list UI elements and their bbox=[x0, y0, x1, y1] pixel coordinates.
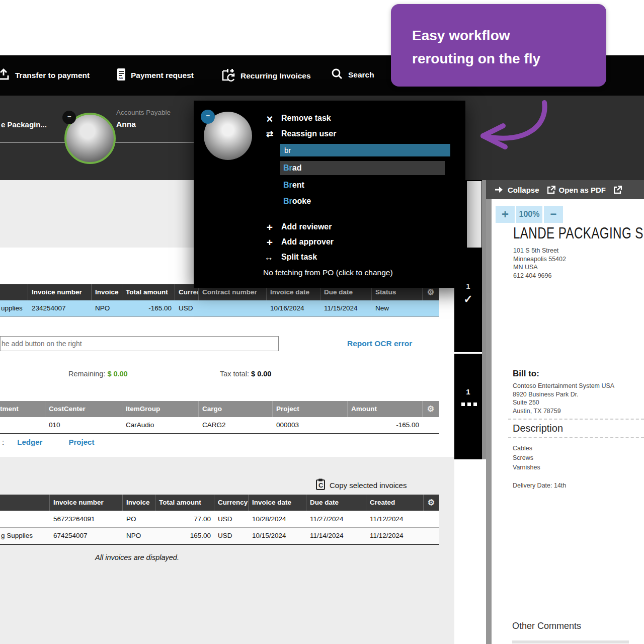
external-link-icon bbox=[614, 186, 622, 194]
col-total-amount[interactable]: Total amount bbox=[122, 284, 175, 300]
anna-menu-badge[interactable]: ≡ bbox=[62, 111, 76, 124]
tax-total-label: Tax total: bbox=[220, 370, 249, 378]
copy-icon: C bbox=[315, 478, 326, 492]
cell-due-date: 11/27/2024 bbox=[306, 511, 366, 527]
related-settings-gear-icon[interactable]: ⚙ bbox=[424, 495, 439, 511]
transfer-label: Transfer to payment bbox=[15, 71, 90, 80]
add-approver-item[interactable]: Add approver bbox=[281, 237, 334, 247]
workflow-role-label: Accounts Payable bbox=[116, 109, 171, 116]
col-department[interactable]: tment bbox=[0, 401, 45, 417]
col-invoice-number[interactable]: Invoice number bbox=[28, 284, 92, 300]
svg-text:AA: AA bbox=[119, 76, 123, 79]
cell-invoice-number: 674254007 bbox=[50, 528, 123, 544]
col-invoice-type[interactable]: Invoice bbox=[123, 495, 155, 511]
cell-invoice-date: 10/16/2024 bbox=[267, 300, 320, 316]
copy-selected-invoices-button[interactable]: C Copy selected invoices bbox=[315, 478, 407, 492]
step2-pending-icon[interactable] bbox=[461, 403, 477, 406]
transfer-icon bbox=[0, 68, 10, 83]
related-table-row[interactable]: g Supplies 674254007 NPO 165.00 USD 10/1… bbox=[0, 528, 439, 545]
open-other-button[interactable] bbox=[614, 186, 622, 194]
callout-arrow bbox=[468, 97, 556, 159]
comment-input[interactable] bbox=[0, 336, 279, 351]
copy-label: Copy selected invoices bbox=[330, 481, 407, 490]
search-button[interactable]: Search bbox=[331, 68, 374, 82]
open-as-pdf-label: Open as PDF bbox=[559, 186, 606, 194]
invoice-table-row[interactable]: upplies 234254007 NPO -165.00 USD 10/16/… bbox=[0, 300, 439, 317]
add-approver-icon: + bbox=[263, 236, 276, 249]
sidebar-scrollbar-thumb[interactable] bbox=[467, 181, 481, 248]
open-as-pdf-button[interactable]: Open as PDF bbox=[547, 186, 606, 194]
cell-vendor: upplies bbox=[0, 300, 28, 316]
step-divider bbox=[454, 352, 482, 354]
cell-total-amount: 165.00 bbox=[155, 528, 214, 544]
col-invoice-date[interactable]: Invoice date bbox=[249, 495, 306, 511]
ledger-link[interactable]: Ledger bbox=[17, 438, 42, 446]
cell-cargo: CARG2 bbox=[199, 417, 273, 433]
suggestion-brooke[interactable]: Brooke bbox=[280, 194, 311, 208]
cell-amount: -165.00 bbox=[348, 417, 423, 433]
report-ocr-error-link[interactable]: Report OCR error bbox=[347, 339, 412, 348]
bill-to-line: Contoso Entertainment System USA bbox=[513, 382, 614, 390]
address-line: 612 404 9696 bbox=[513, 272, 566, 280]
zoom-in-button[interactable]: + bbox=[496, 206, 515, 223]
col-currency[interactable]: Currency bbox=[214, 495, 249, 511]
reassign-user-icon: ⇄ bbox=[263, 129, 276, 139]
col-project[interactable]: Project bbox=[273, 401, 348, 417]
col-created[interactable]: Created bbox=[366, 495, 424, 511]
cell-invoice-date: 10/28/2024 bbox=[249, 511, 306, 527]
recurring-invoices-button[interactable]: Recurring Invoices bbox=[221, 68, 311, 84]
collapse-button[interactable]: Collapse bbox=[495, 186, 539, 194]
step2-count: 1 bbox=[454, 387, 482, 396]
suggestion-brent[interactable]: Brent bbox=[280, 178, 304, 192]
zoom-out-button[interactable]: − bbox=[544, 206, 563, 223]
col-invoice-type[interactable]: Invoice bbox=[92, 284, 122, 300]
coding-settings-gear-icon[interactable]: ⚙ bbox=[423, 401, 439, 417]
cell-invoice-type: PO bbox=[123, 511, 155, 527]
description-item: Varnishes bbox=[513, 463, 540, 472]
tax-total-row: Tax total: $ 0.00 bbox=[220, 370, 271, 378]
remove-task-icon: × bbox=[263, 113, 276, 126]
suggestion-rest: ad bbox=[292, 164, 302, 172]
col-amount[interactable]: Amount bbox=[348, 401, 423, 417]
transfer-to-payment-button[interactable]: Transfer to payment bbox=[0, 68, 90, 83]
popup-menu-badge[interactable]: ≡ bbox=[201, 110, 215, 124]
address-line: Minneapolis 55402 bbox=[513, 255, 566, 264]
col-item-group[interactable]: ItemGroup bbox=[122, 401, 199, 417]
step1-check-icon[interactable]: ✓ bbox=[454, 293, 482, 306]
col-invoice-number[interactable]: Invoice number bbox=[50, 495, 123, 511]
reassign-user-item[interactable]: Reassign user bbox=[281, 129, 336, 138]
search-label: Search bbox=[348, 70, 374, 79]
cell-item-group: CarAudio bbox=[122, 417, 199, 433]
related-table-row[interactable]: 56723264091 PO 77.00 USD 10/28/2024 11/2… bbox=[0, 511, 439, 528]
reassign-search-input[interactable] bbox=[280, 144, 450, 156]
col-total-amount[interactable]: Total amount bbox=[155, 495, 214, 511]
external-link-icon bbox=[547, 186, 555, 194]
remove-task-item[interactable]: Remove task bbox=[281, 114, 331, 123]
col-due-date[interactable]: Due date bbox=[306, 495, 366, 511]
pdf-toolbar: Collapse Open as PDF bbox=[486, 180, 644, 199]
clipped-text-line bbox=[512, 640, 629, 643]
dimension-prefix: : bbox=[2, 438, 4, 446]
col-cargo[interactable]: Cargo bbox=[199, 401, 273, 417]
split-task-item[interactable]: Split task bbox=[281, 253, 317, 262]
search-icon bbox=[331, 68, 343, 82]
remaining-value: $ 0.00 bbox=[107, 370, 127, 378]
cell-total-amount: 77.00 bbox=[155, 511, 214, 527]
po-fetch-note[interactable]: No fetching from PO (click to change) bbox=[263, 268, 393, 277]
address-line: MN USA bbox=[513, 263, 566, 272]
cell-invoice-date: 10/15/2024 bbox=[249, 528, 306, 544]
cell-gear-spacer bbox=[423, 417, 439, 433]
project-link[interactable]: Project bbox=[69, 438, 95, 446]
add-reviewer-item[interactable]: Add reviewer bbox=[281, 222, 332, 231]
other-comments-heading: Other Comments bbox=[512, 621, 581, 631]
bill-to-address: Contoso Entertainment System USA 8920 Bu… bbox=[513, 382, 614, 415]
callout-line1: Easy workflow bbox=[412, 28, 510, 43]
payment-request-icon: AA bbox=[117, 68, 126, 83]
suggestion-brad[interactable]: Brad bbox=[280, 161, 445, 175]
coding-table-row[interactable]: 010 CarAudio CARG2 000003 -165.00 bbox=[0, 417, 439, 434]
recurring-invoices-icon bbox=[221, 68, 235, 84]
hamburger-icon: ≡ bbox=[67, 114, 71, 122]
col-cost-center[interactable]: CostCenter bbox=[45, 401, 122, 417]
suggestion-match: Br bbox=[283, 164, 292, 172]
payment-request-button[interactable]: AA Payment request bbox=[117, 68, 194, 83]
